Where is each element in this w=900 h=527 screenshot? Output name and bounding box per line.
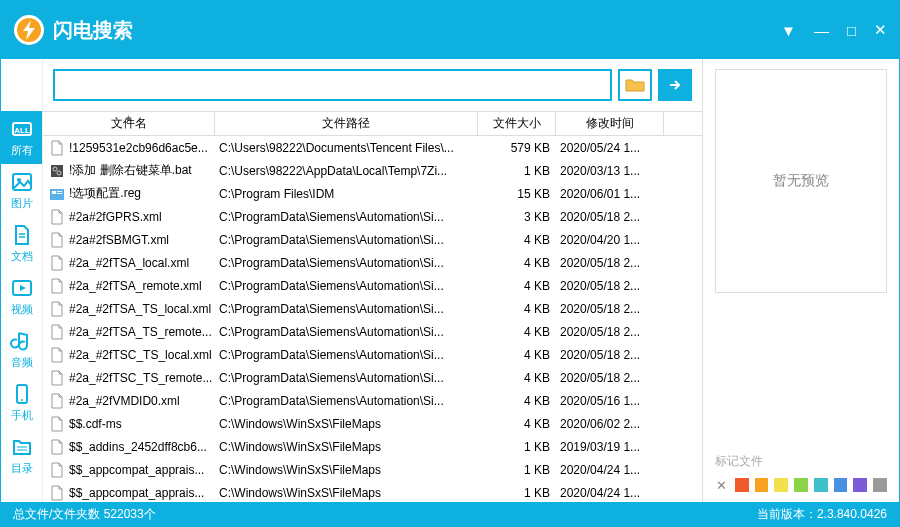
status-right: 当前版本：2.3.840.0426 xyxy=(757,506,887,523)
sidebar-item-doc[interactable]: 文档 xyxy=(1,217,42,270)
table-row[interactable]: #2a_#2fTSC_TS_local.xmlC:\ProgramData\Si… xyxy=(43,343,702,366)
file-size: 1 KB xyxy=(478,486,556,500)
app-title: 闪电搜索 xyxy=(53,17,133,44)
file-date: 2020/06/02 2... xyxy=(556,417,664,431)
file-size: 15 KB xyxy=(478,187,556,201)
file-icon xyxy=(49,462,65,478)
tag-clear[interactable]: ✕ xyxy=(715,478,729,492)
sidebar-item-all[interactable]: ALL所有 xyxy=(1,111,42,164)
file-size: 4 KB xyxy=(478,256,556,270)
file-date: 2020/05/18 2... xyxy=(556,371,664,385)
file-path: C:\ProgramData\Siemens\Automation\Si... xyxy=(215,302,478,316)
file-icon xyxy=(49,140,65,156)
file-date: 2020/05/18 2... xyxy=(556,256,664,270)
svg-rect-19 xyxy=(57,193,62,194)
table-row[interactable]: $$_appcompat_apprais...C:\Windows\WinSxS… xyxy=(43,458,702,481)
file-name: $$_appcompat_apprais... xyxy=(69,463,204,477)
file-icon xyxy=(49,393,65,409)
phone-icon xyxy=(10,382,34,406)
column-path[interactable]: 文件路径 xyxy=(215,112,478,135)
tag-color[interactable] xyxy=(834,478,848,492)
file-date: 2020/06/01 1... xyxy=(556,187,664,201)
file-path: C:\ProgramData\Siemens\Automation\Si... xyxy=(215,233,478,247)
file-name: $$_appcompat_apprais... xyxy=(69,486,204,500)
svg-rect-13 xyxy=(51,165,63,177)
table-row[interactable]: $$_addins_2452dff8cb6...C:\Windows\WinSx… xyxy=(43,435,702,458)
table-row[interactable]: !选项配置.regC:\Program Files\IDM15 KB2020/0… xyxy=(43,182,702,205)
maximize-button[interactable]: □ xyxy=(847,22,856,39)
file-size: 4 KB xyxy=(478,394,556,408)
table-row[interactable]: #2a_#2fTSA_remote.xmlC:\ProgramData\Siem… xyxy=(43,274,702,297)
window-controls: ▼ — □ ✕ xyxy=(781,21,887,39)
table-row[interactable]: #2a_#2fTSC_TS_remote...C:\ProgramData\Si… xyxy=(43,366,702,389)
search-go-button[interactable] xyxy=(658,69,692,101)
sidebar-item-phone[interactable]: 手机 xyxy=(1,376,42,429)
table-row[interactable]: $$_appcompat_apprais...C:\Windows\WinSxS… xyxy=(43,481,702,502)
file-icon xyxy=(49,416,65,432)
column-size[interactable]: 文件大小 xyxy=(478,112,556,135)
file-date: 2020/03/13 1... xyxy=(556,164,664,178)
doc-icon xyxy=(10,223,34,247)
table-row[interactable]: #2a#2fGPRS.xmlC:\ProgramData\Siemens\Aut… xyxy=(43,205,702,228)
svg-point-10 xyxy=(21,399,23,401)
file-date: 2020/05/18 2... xyxy=(556,302,664,316)
file-path: C:\Windows\WinSxS\FileMaps xyxy=(215,463,478,477)
tag-color[interactable] xyxy=(755,478,769,492)
column-name[interactable]: ▲文件名 xyxy=(43,112,215,135)
table-row[interactable]: #2a_#2fTSA_TS_local.xmlC:\ProgramData\Si… xyxy=(43,297,702,320)
table-row[interactable]: #2a_#2fVMDID0.xmlC:\ProgramData\Siemens\… xyxy=(43,389,702,412)
table-row[interactable]: #2a#2fSBMGT.xmlC:\ProgramData\Siemens\Au… xyxy=(43,228,702,251)
table-body[interactable]: !1259531e2cb96d6ac5e...C:\Users\98222\Do… xyxy=(43,136,702,502)
file-icon xyxy=(49,255,65,271)
search-input[interactable] xyxy=(53,69,612,101)
table-row[interactable]: #2a_#2fTSA_TS_remote...C:\ProgramData\Si… xyxy=(43,320,702,343)
close-button[interactable]: ✕ xyxy=(874,21,887,39)
file-name: #2a_#2fTSC_TS_remote... xyxy=(69,371,212,385)
folder-button[interactable] xyxy=(618,69,652,101)
tag-row: ✕ xyxy=(715,478,887,492)
tag-label: 标记文件 xyxy=(715,453,887,470)
file-name: !添加 删除右键菜单.bat xyxy=(69,162,192,179)
file-path: C:\Windows\WinSxS\FileMaps xyxy=(215,486,478,500)
file-path: C:\ProgramData\Siemens\Automation\Si... xyxy=(215,210,478,224)
status-left: 总文件/文件夹数 522033个 xyxy=(13,506,156,523)
tag-color[interactable] xyxy=(774,478,788,492)
file-size: 4 KB xyxy=(478,371,556,385)
titlebar: 闪电搜索 ▼ — □ ✕ xyxy=(1,1,899,59)
file-name: #2a_#2fTSA_TS_remote... xyxy=(69,325,212,339)
column-date[interactable]: 修改时间 xyxy=(556,112,664,135)
sidebar-item-audio[interactable]: 音频 xyxy=(1,323,42,376)
tag-color[interactable] xyxy=(794,478,808,492)
svg-rect-16 xyxy=(50,189,64,200)
file-date: 2020/05/16 1... xyxy=(556,394,664,408)
statusbar: 总文件/文件夹数 522033个 当前版本：2.3.840.0426 xyxy=(1,502,899,527)
file-icon xyxy=(49,347,65,363)
tag-color[interactable] xyxy=(735,478,749,492)
file-name: #2a_#2fTSA_remote.xml xyxy=(69,279,202,293)
tag-color[interactable] xyxy=(853,478,867,492)
sidebar-item-image[interactable]: 图片 xyxy=(1,164,42,217)
minimize-button[interactable]: — xyxy=(814,22,829,39)
tag-color[interactable] xyxy=(814,478,828,492)
table-header: ▲文件名 文件路径 文件大小 修改时间 xyxy=(43,112,702,136)
sidebar-item-label: 所有 xyxy=(11,143,33,158)
table-row[interactable]: #2a_#2fTSA_local.xmlC:\ProgramData\Sieme… xyxy=(43,251,702,274)
sidebar-item-video[interactable]: 视频 xyxy=(1,270,42,323)
sidebar-item-dir[interactable]: 目录 xyxy=(1,429,42,482)
table-row[interactable]: !1259531e2cb96d6ac5e...C:\Users\98222\Do… xyxy=(43,136,702,159)
file-name: !1259531e2cb96d6ac5e... xyxy=(69,141,208,155)
file-name: #2a#2fSBMGT.xml xyxy=(69,233,169,247)
table-row[interactable]: !添加 删除右键菜单.batC:\Users\98222\AppData\Loc… xyxy=(43,159,702,182)
folder-icon xyxy=(625,77,645,93)
file-date: 2019/03/19 1... xyxy=(556,440,664,454)
sidebar-item-label: 文档 xyxy=(11,249,33,264)
table-row[interactable]: $$.cdf-msC:\Windows\WinSxS\FileMaps4 KB2… xyxy=(43,412,702,435)
dropdown-button[interactable]: ▼ xyxy=(781,22,796,39)
file-size: 579 KB xyxy=(478,141,556,155)
tag-color[interactable] xyxy=(873,478,887,492)
video-icon xyxy=(10,276,34,300)
sidebar-item-label: 图片 xyxy=(11,196,33,211)
file-icon xyxy=(49,163,65,179)
file-icon xyxy=(49,439,65,455)
file-icon xyxy=(49,209,65,225)
